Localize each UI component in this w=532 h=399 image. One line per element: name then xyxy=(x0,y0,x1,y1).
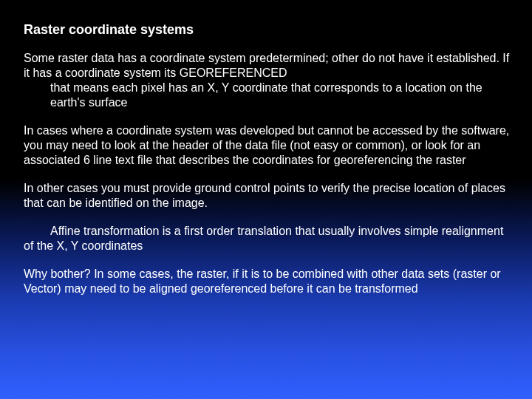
paragraph-3: In other cases you must provide ground c… xyxy=(24,181,511,211)
paragraph-1-text-b: that means each pixel has an X, Y coordi… xyxy=(24,81,511,110)
paragraph-1: Some raster data has a coordinate system… xyxy=(24,51,511,110)
slide-content: Raster coordinate systems Some raster da… xyxy=(0,0,532,399)
paragraph-5: Why bother? In some cases, the raster, i… xyxy=(24,267,511,296)
paragraph-2: In cases where a coordinate system was d… xyxy=(24,123,511,168)
paragraph-4-text: Affine transformation is a first order t… xyxy=(24,225,503,252)
paragraph-4: Affine transformation is a first order t… xyxy=(24,224,511,253)
paragraph-1-text-a: Some raster data has a coordinate system… xyxy=(24,52,509,79)
slide-title: Raster coordinate systems xyxy=(24,22,511,38)
